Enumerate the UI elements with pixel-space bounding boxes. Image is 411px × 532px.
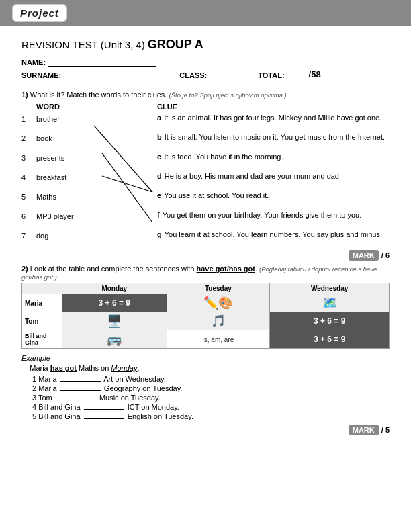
section1-native: (Što je to? Spoji riječi s njihovim opis…	[169, 91, 287, 99]
row-tom-name: Tom	[22, 312, 62, 330]
clue-text: It is small. You listen to music on it. …	[165, 133, 385, 141]
word-number: 5	[21, 191, 36, 201]
clue-letter: d	[157, 172, 162, 180]
clue-letter: e	[157, 191, 161, 200]
clue-text: You learn it at school. You learn number…	[165, 230, 382, 238]
clue-col: cIt is food. You have it in the morning.	[157, 152, 390, 161]
sentence-subject: Maria	[38, 375, 57, 383]
word-clue-row: 1brotheraIt is an animal. It has got fou…	[21, 114, 390, 128]
section1-mark-row: MARK / 6	[21, 250, 390, 261]
row-billandgina-wednesday: 3 + 6 = 9	[270, 330, 390, 349]
col-tuesday: Tuesday	[167, 283, 270, 294]
section1-mark-score: / 6	[381, 251, 390, 259]
total-field	[287, 79, 308, 79]
example-day: Monday	[111, 364, 137, 372]
section1-instruction: What is it? Match the words to their clu…	[30, 91, 167, 99]
sentence-rest: ICT on Monday.	[128, 403, 179, 411]
blank-line[interactable]	[60, 381, 101, 382]
divider-1	[21, 85, 390, 85]
sentence-subject: Maria	[38, 384, 57, 392]
sentence-num: 5	[32, 412, 36, 420]
table-row: Tom 🖥️ 🎵 3 + 6 = 9	[22, 312, 390, 330]
word-header: WORD	[36, 103, 103, 111]
schedule-table: Monday Tuesday Wednesday Maria 3 + 6 = 9…	[21, 283, 390, 349]
section1-mark-badge: MARK	[349, 250, 379, 261]
list-item: 2 Maria Geography on Tuesday.	[32, 384, 390, 392]
matching-section: WORD CLUE 1brotheraIt is an animal. It h…	[21, 103, 390, 245]
sentence-rest: English on Tuesday.	[128, 412, 193, 420]
header-bar: Project	[0, 0, 411, 26]
list-item: 3 Tom Music on Tuesday.	[32, 394, 390, 402]
name-field[interactable]	[48, 66, 156, 66]
class-group: CLASS:	[179, 71, 250, 79]
sentence-rest: Music on Tuesday.	[99, 394, 161, 402]
row-maria-name: Maria	[22, 294, 62, 312]
clue-col: aIt is an animal. It has got four legs. …	[157, 114, 390, 122]
word-rows: 1brotheraIt is an animal. It has got fou…	[21, 114, 390, 245]
section2-mark-badge: MARK	[349, 425, 379, 435]
section2-mark-score: / 5	[381, 426, 390, 434]
blank-line[interactable]	[84, 409, 124, 410]
blank-line[interactable]	[60, 390, 101, 391]
clue-col: bIt is small. You listen to music on it.…	[157, 133, 390, 141]
clue-letter: a	[157, 114, 161, 122]
word-clue-row: 3presentscIt is food. You have it in the…	[21, 152, 390, 167]
sentences-list: 1 Maria Art on Wednesday.2 Maria Geograp…	[32, 375, 390, 420]
class-field[interactable]	[210, 79, 250, 79]
clue-text: It is an animal. It has got four legs. M…	[164, 114, 381, 122]
word-text: MP3 player	[36, 211, 103, 220]
section2-mark-row: MARK / 5	[21, 425, 390, 435]
section2-instruction: Look at the table and complete the sente…	[30, 265, 195, 273]
word-clue-row: 6MP3 playerfYou get them on your birthda…	[21, 211, 390, 226]
row-billandgina-name: Bill andGina	[22, 330, 62, 349]
blank-line[interactable]	[56, 400, 96, 400]
sentence-rest: Art on Wednesday.	[103, 375, 166, 383]
sentence-num: 3	[32, 394, 36, 402]
section2-title: 2) Look at the table and complete the se…	[21, 265, 390, 281]
word-clue-row: 5MathseYou use it at school. You read it…	[21, 191, 390, 206]
table-row: Bill andGina 🚌 is, am, are 3 + 6 = 9	[22, 330, 390, 349]
surname-group: SURNAME:	[21, 71, 171, 79]
row-tom-monday: 🖥️	[62, 312, 167, 330]
total-score: /58	[309, 69, 321, 79]
sentence-subject: Bill and Gina	[38, 412, 80, 420]
sentence-subject: Bill and Gina	[38, 403, 80, 411]
word-number: 2	[21, 133, 36, 142]
word-number: 3	[21, 152, 36, 162]
word-text: Maths	[36, 191, 103, 201]
project-logo: Project	[12, 4, 67, 22]
row-maria-tuesday: ✏️🎨	[167, 294, 270, 312]
list-item: 4 Bill and Gina ICT on Monday.	[32, 403, 390, 411]
clue-text: It is food. You have it in the morning.	[164, 152, 283, 161]
sentence-num: 1	[32, 375, 36, 383]
list-item: 5 Bill and Gina English on Tuesday.	[32, 412, 390, 420]
table-header-row: Monday Tuesday Wednesday	[22, 283, 390, 294]
sentence-rest: Geography on Tuesday.	[104, 384, 183, 392]
section2-have-got: have got/has got	[197, 265, 255, 273]
clue-letter: g	[157, 230, 162, 238]
surname-row: SURNAME: CLASS: TOTAL: /58	[21, 69, 390, 79]
word-number: 4	[21, 172, 36, 181]
clue-col: gYou learn it at school. You learn numbe…	[157, 230, 390, 238]
blank-line[interactable]	[84, 418, 124, 419]
row-billandgina-monday: 🚌	[62, 330, 167, 349]
section2-number: 2)	[21, 265, 28, 273]
table-row: Maria 3 + 6 = 9 ✏️🎨 🗺️	[22, 294, 390, 312]
surname-field[interactable]	[64, 79, 171, 79]
clue-header: CLUE	[157, 103, 197, 111]
clue-text: You use it at school. You read it.	[164, 191, 269, 200]
example-label: Example	[21, 354, 390, 362]
row-maria-monday: 3 + 6 = 9	[62, 294, 167, 312]
main-content: REVISION TEST (Unit 3, 4) GROUP A NAME: …	[0, 26, 411, 451]
clue-col: fYou get them on your birthday. Your fri…	[157, 211, 390, 219]
word-number: 6	[21, 211, 36, 220]
sentence-num: 4	[32, 403, 36, 411]
section1-title: 1) What is it? Match the words to their …	[21, 91, 390, 99]
total-label: TOTAL:	[258, 71, 284, 79]
word-clue-row: 2bookbIt is small. You listen to music o…	[21, 133, 390, 148]
example-prep: on	[101, 364, 109, 372]
example-subject: Maths	[79, 364, 99, 372]
total-group: TOTAL: /58	[258, 69, 320, 79]
word-text: presents	[36, 152, 103, 162]
sentence-num: 2	[32, 384, 36, 392]
